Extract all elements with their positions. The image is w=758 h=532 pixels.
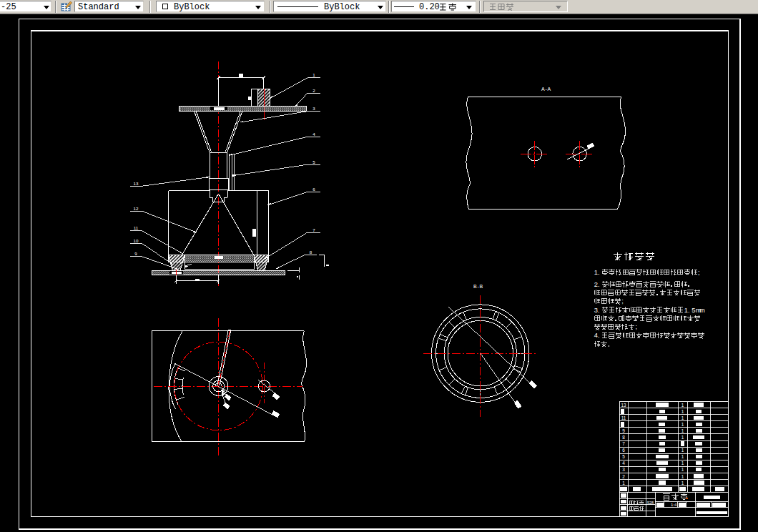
svg-text:4: 4 [622, 460, 625, 466]
svg-text:A-A: A-A [541, 87, 551, 92]
svg-text:m: m [699, 307, 705, 314]
svg-text:9: 9 [134, 251, 137, 256]
svg-text:7: 7 [622, 441, 625, 446]
svg-text:5: 5 [691, 307, 695, 314]
svg-text:1: 1 [681, 460, 684, 466]
svg-text:1: 1 [681, 428, 684, 433]
svg-text:.: . [598, 281, 600, 288]
svg-text:1: 1 [681, 409, 684, 414]
svg-text:1: 1 [681, 467, 684, 472]
svg-text:13: 13 [134, 181, 139, 186]
svg-text:11: 11 [134, 225, 139, 230]
svg-text:;: ; [621, 297, 624, 305]
svg-text:5: 5 [312, 159, 315, 164]
svg-text:12: 12 [134, 206, 139, 211]
svg-text:13: 13 [621, 403, 626, 408]
svg-text:1: 1 [681, 422, 684, 427]
svg-text:2: 2 [312, 88, 315, 93]
svg-text:1: 1 [622, 481, 625, 486]
svg-text:1: 1 [681, 435, 684, 440]
svg-text:.: . [598, 332, 600, 339]
svg-text:3: 3 [312, 106, 315, 111]
svg-text:528: 528 [647, 501, 654, 505]
svg-text:1: 1 [681, 415, 684, 420]
svg-text:2: 2 [622, 474, 625, 479]
svg-text:6: 6 [622, 448, 625, 453]
svg-text:3: 3 [622, 467, 625, 472]
svg-text:1: 1 [681, 448, 684, 453]
svg-text:9: 9 [622, 428, 625, 433]
svg-text:1: 1 [312, 72, 315, 77]
svg-text:10: 10 [134, 238, 139, 243]
svg-text:8: 8 [622, 435, 625, 440]
svg-text:1: 1 [681, 481, 684, 486]
svg-text:7: 7 [312, 227, 315, 232]
svg-text:.: . [598, 307, 600, 314]
svg-text:.: . [598, 269, 600, 276]
svg-text:1: 1 [681, 454, 684, 459]
svg-text:11: 11 [621, 415, 626, 420]
svg-text:6: 6 [312, 187, 315, 192]
svg-text:8: 8 [310, 250, 312, 255]
svg-text:B-B: B-B [473, 284, 483, 289]
svg-text:5: 5 [622, 454, 625, 459]
svg-text:1: 1 [681, 403, 684, 408]
svg-text:;: ; [698, 269, 700, 276]
svg-text:;: ; [635, 323, 637, 330]
svg-text:1:4: 1:4 [671, 503, 677, 507]
svg-text:.: . [688, 307, 690, 314]
svg-text:4: 4 [312, 132, 315, 137]
svg-text:1: 1 [681, 474, 684, 479]
